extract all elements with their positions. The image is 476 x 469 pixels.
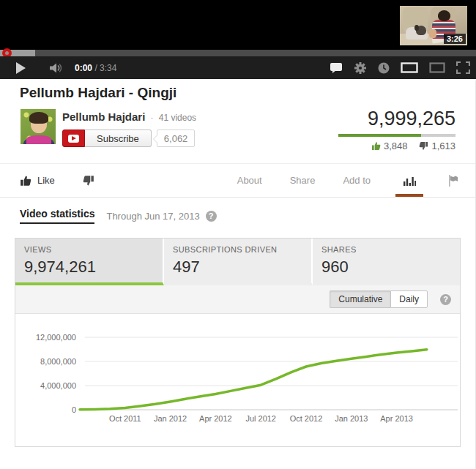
like-dislike-counts: 3,848 1,613 [294, 140, 455, 151]
chart-toolbar: Cumulative Daily ? [15, 285, 460, 314]
svg-text:12,000,000: 12,000,000 [36, 333, 76, 342]
tab-shares-value: 960 [321, 258, 451, 277]
dislike-count-item: 1,613 [419, 140, 455, 151]
play-icon [16, 62, 26, 74]
svg-text:Jan 2013: Jan 2013 [335, 414, 368, 423]
tab-views-value: 9,974,261 [24, 258, 154, 277]
dislike-button[interactable] [83, 175, 94, 187]
cumulative-toggle-button[interactable]: Cumulative [330, 290, 390, 308]
views-chart-svg: 04,000,0008,000,00012,000,000Oct 2011Jan… [15, 314, 460, 446]
stats-header: Video statistics Through Jun 17, 2013 ? [20, 208, 217, 224]
youtube-watch-page: 3:26 0:00 / 3:34 [0, 0, 476, 469]
play-button[interactable] [16, 61, 31, 75]
dog-ear-art [414, 25, 419, 31]
like-button[interactable]: Like [20, 175, 55, 187]
svg-text:4,000,000: 4,000,000 [40, 381, 76, 390]
through-date-label: Through Jun 17, 2013 [106, 211, 199, 222]
theater-mode-icon [401, 62, 418, 73]
avatar-shirt-art [26, 135, 51, 144]
player-controls-right [330, 61, 470, 75]
report-flag-button[interactable] [448, 175, 458, 187]
tab-subscriptions-value: 497 [173, 258, 302, 277]
subscribe-button-icon-segment[interactable] [62, 130, 85, 147]
avatar-hair-art [29, 112, 48, 124]
settings-gear-icon [354, 61, 367, 75]
chart-help-icon[interactable]: ? [440, 294, 451, 305]
thumbs-up-icon [371, 141, 381, 151]
progress-bar[interactable] [0, 50, 476, 56]
tab-subscriptions-label: SUBSCRIPTIONS DRIVEN [173, 245, 302, 254]
fullscreen-icon [456, 61, 470, 74]
views-chart: 04,000,0008,000,00012,000,000Oct 2011Jan… [15, 314, 460, 446]
player-controls: 0:00 / 3:34 [0, 56, 476, 79]
thumbnail-duration-badge: 3:26 [444, 34, 466, 44]
youtube-play-icon [68, 135, 79, 143]
like-count-item: 3,848 [371, 140, 408, 151]
time-separator: / [94, 63, 97, 73]
channel-video-count[interactable]: 41 videos [159, 113, 196, 123]
volume-button[interactable] [50, 63, 63, 73]
svg-text:Apr 2012: Apr 2012 [199, 414, 232, 423]
statistics-panel: VIEWS 9,974,261 SUBSCRIPTIONS DRIVEN 497… [15, 238, 461, 447]
action-bar: Like About Share Add to [0, 163, 476, 198]
svg-text:Oct 2012: Oct 2012 [290, 414, 323, 423]
time-display: 0:00 / 3:34 [75, 63, 116, 73]
subscribe-row: Subscribe 6,062 [62, 130, 195, 147]
boy-head-art [438, 10, 450, 21]
tab-views[interactable]: VIEWS 9,974,261 [15, 239, 164, 285]
svg-text:Jan 2012: Jan 2012 [154, 414, 187, 423]
watch-later-button[interactable] [378, 62, 390, 74]
bar-chart-icon [403, 176, 416, 186]
like-label: Like [37, 175, 55, 186]
flag-icon [448, 175, 458, 187]
watch-later-clock-icon [378, 62, 390, 74]
speech-bubble-icon [330, 62, 343, 74]
statistics-tab-active[interactable] [398, 176, 420, 186]
tab-subscriptions-driven[interactable]: SUBSCRIPTIONS DRIVEN 497 [164, 239, 313, 285]
boy-arm-art [429, 29, 436, 38]
sentiment-bar-likes-segment [338, 134, 421, 137]
tab-views-label: VIEWS [24, 245, 154, 254]
theater-mode-button[interactable] [401, 62, 418, 73]
current-time: 0:00 [75, 63, 92, 73]
video-statistics-heading[interactable]: Video statistics [20, 208, 94, 224]
svg-text:Oct 2011: Oct 2011 [109, 414, 141, 423]
view-count-block: 9,999,265 3,848 1,613 [294, 108, 455, 151]
stats-tabs: VIEWS 9,974,261 SUBSCRIPTIONS DRIVEN 497… [15, 239, 460, 285]
like-count: 3,848 [384, 140, 408, 151]
daily-toggle-button[interactable]: Daily [390, 290, 428, 308]
volume-icon [50, 63, 63, 73]
view-count: 9,999,265 [294, 108, 455, 130]
dislike-count: 1,613 [431, 140, 455, 151]
svg-text:0: 0 [72, 405, 76, 414]
svg-text:8,000,000: 8,000,000 [40, 357, 76, 366]
channel-separator: · [151, 113, 154, 123]
channel-avatar[interactable] [21, 109, 56, 144]
video-player: 3:26 0:00 / 3:34 [0, 0, 476, 79]
channel-name-link[interactable]: Pellumb Hajdari [62, 110, 145, 123]
svg-text:Jul 2012: Jul 2012 [245, 414, 276, 423]
channel-line: Pellumb Hajdari · 41 videos [62, 110, 196, 123]
large-player-icon [429, 62, 445, 73]
settings-button[interactable] [354, 61, 367, 75]
duration: 3:34 [100, 63, 116, 73]
subscribe-button[interactable]: Subscribe [85, 130, 152, 147]
about-tab[interactable]: About [237, 175, 262, 186]
thumbs-down-icon [419, 141, 428, 151]
svg-text:Apr 2013: Apr 2013 [380, 414, 413, 423]
video-title: Pellumb Hajdari - Qingji [20, 85, 176, 101]
help-icon[interactable]: ? [206, 211, 217, 222]
action-menu-right: About Share Add to [237, 175, 458, 187]
like-thumbs-up-icon [20, 175, 31, 187]
cumulative-daily-toggle: Cumulative Daily [330, 290, 428, 308]
share-tab[interactable]: Share [290, 175, 316, 186]
dislike-thumbs-down-icon [83, 175, 94, 187]
tab-shares-label: SHARES [321, 245, 451, 254]
annotations-button[interactable] [330, 62, 343, 74]
tab-shares[interactable]: SHARES 960 [313, 239, 460, 285]
suggested-video-thumbnail[interactable]: 3:26 [400, 6, 467, 45]
large-player-button[interactable] [429, 62, 445, 73]
add-to-tab[interactable]: Add to [343, 175, 371, 186]
subscriber-count-badge: 6,062 [157, 130, 196, 147]
fullscreen-button[interactable] [456, 61, 470, 74]
